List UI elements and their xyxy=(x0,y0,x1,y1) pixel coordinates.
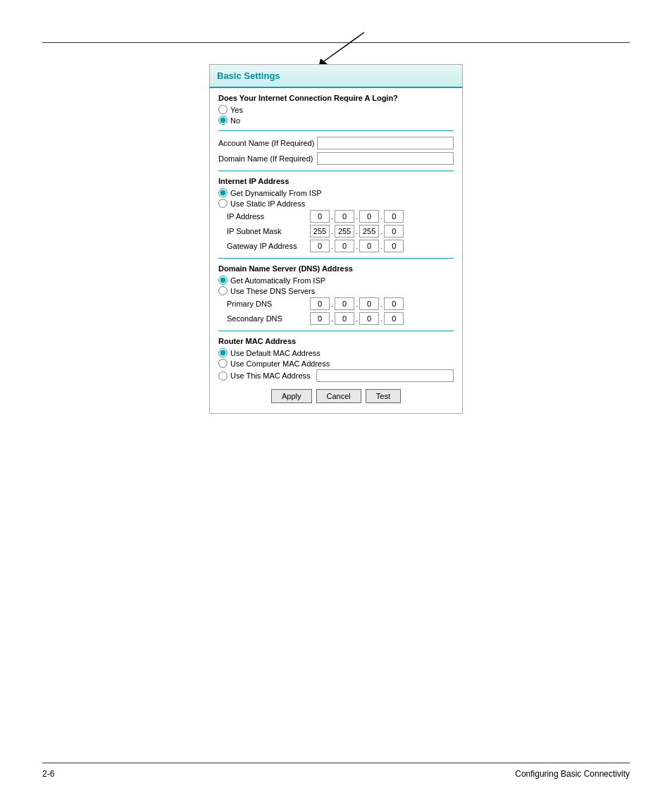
ip-address-fields: . . . xyxy=(310,210,404,223)
divider-3 xyxy=(218,258,454,259)
ip-subnet-field-1[interactable] xyxy=(310,225,330,238)
this-mac-input[interactable] xyxy=(316,369,454,382)
radio-this-mac-label: Use This MAC Address xyxy=(230,371,311,380)
cancel-button[interactable]: Cancel xyxy=(316,389,361,403)
gateway-ip-field-2[interactable] xyxy=(335,240,354,252)
radio-this-mac[interactable] xyxy=(218,371,228,381)
apply-button[interactable]: Apply xyxy=(271,389,312,403)
radio-yes-row: Yes xyxy=(218,105,454,114)
radio-no[interactable] xyxy=(218,116,228,125)
test-button[interactable]: Test xyxy=(366,389,401,403)
gateway-ip-field-3[interactable] xyxy=(359,240,379,252)
radio-yes-label: Yes xyxy=(230,106,243,114)
radio-default-mac-row: Use Default MAC Address xyxy=(218,348,454,357)
domain-name-input[interactable] xyxy=(317,152,454,165)
ip-address-field-1[interactable] xyxy=(310,210,330,223)
primary-dns-field-2[interactable] xyxy=(335,297,354,310)
svg-line-0 xyxy=(322,32,364,63)
radio-no-row: No xyxy=(218,116,454,125)
primary-dns-row: Primary DNS . . . xyxy=(218,297,454,310)
panel-header: Basic Settings xyxy=(210,65,462,88)
ip-address-label: IP Address xyxy=(218,212,310,221)
dns-section-title: Domain Name Server (DNS) Address xyxy=(218,264,454,273)
radio-computer-mac[interactable] xyxy=(218,359,228,368)
radio-static-row: Use Static IP Address xyxy=(218,199,454,208)
radio-these-dns-label: Use These DNS Servers xyxy=(230,287,315,295)
radio-get-dynamic-row: Get Dynamically From ISP xyxy=(218,188,454,197)
panel-title: Basic Settings xyxy=(217,70,280,81)
radio-these-dns[interactable] xyxy=(218,286,228,295)
radio-auto-dns-row: Get Automatically From ISP xyxy=(218,276,454,285)
secondary-dns-fields: . . . xyxy=(310,312,404,325)
page-number: 2-6 xyxy=(42,769,54,779)
radio-static-label: Use Static IP Address xyxy=(230,199,305,208)
secondary-dns-field-2[interactable] xyxy=(335,312,354,325)
ip-subnet-field-4[interactable] xyxy=(384,225,404,238)
footer-text: Configuring Basic Connectivity xyxy=(515,769,630,779)
radio-get-dynamic[interactable] xyxy=(218,188,228,197)
radio-default-mac-label: Use Default MAC Address xyxy=(230,349,321,357)
radio-this-mac-row: Use This MAC Address xyxy=(218,369,454,382)
radio-computer-mac-row: Use Computer MAC Address xyxy=(218,359,454,368)
divider-4 xyxy=(218,331,454,331)
primary-dns-field-4[interactable] xyxy=(384,297,404,310)
gateway-ip-row: Gateway IP Address . . . xyxy=(218,240,454,252)
domain-name-label: Domain Name (If Required) xyxy=(218,154,317,163)
radio-these-dns-row: Use These DNS Servers xyxy=(218,286,454,295)
primary-dns-fields: . . . xyxy=(310,297,404,310)
account-name-row: Account Name (If Required) xyxy=(218,137,454,149)
ip-subnet-label: IP Subnet Mask xyxy=(218,227,310,235)
ip-subnet-field-2[interactable] xyxy=(335,225,354,238)
secondary-dns-field-3[interactable] xyxy=(359,312,379,325)
gateway-ip-field-4[interactable] xyxy=(384,240,404,252)
radio-get-dynamic-label: Get Dynamically From ISP xyxy=(230,189,322,197)
primary-dns-label: Primary DNS xyxy=(218,300,310,308)
panel-body: Does Your Internet Connection Require A … xyxy=(210,88,462,413)
mac-section-title: Router MAC Address xyxy=(218,337,454,345)
secondary-dns-label: Secondary DNS xyxy=(218,314,310,323)
login-question: Does Your Internet Connection Require A … xyxy=(218,94,454,102)
radio-auto-dns[interactable] xyxy=(218,276,228,285)
account-name-label: Account Name (If Required) xyxy=(218,139,317,147)
account-name-input[interactable] xyxy=(317,137,454,149)
page-footer: 2-6 Configuring Basic Connectivity xyxy=(42,763,630,779)
radio-auto-dns-label: Get Automatically From ISP xyxy=(230,276,325,285)
basic-settings-panel: Basic Settings Does Your Internet Connec… xyxy=(209,64,463,414)
radio-default-mac[interactable] xyxy=(218,348,228,357)
divider-1 xyxy=(218,130,454,131)
domain-name-row: Domain Name (If Required) xyxy=(218,152,454,165)
gateway-ip-field-1[interactable] xyxy=(310,240,330,252)
ip-address-row: IP Address . . . xyxy=(218,210,454,223)
secondary-dns-row: Secondary DNS . . . xyxy=(218,312,454,325)
ip-address-field-4[interactable] xyxy=(384,210,404,223)
ip-address-field-3[interactable] xyxy=(359,210,379,223)
secondary-dns-field-4[interactable] xyxy=(384,312,404,325)
buttons-row: Apply Cancel Test xyxy=(218,389,454,403)
ip-address-field-2[interactable] xyxy=(335,210,354,223)
radio-no-label: No xyxy=(230,116,240,125)
ip-subnet-fields: . . . xyxy=(310,225,404,238)
primary-dns-field-1[interactable] xyxy=(310,297,330,310)
radio-yes[interactable] xyxy=(218,105,228,114)
ip-subnet-field-3[interactable] xyxy=(359,225,379,238)
secondary-dns-field-1[interactable] xyxy=(310,312,330,325)
primary-dns-field-3[interactable] xyxy=(359,297,379,310)
divider-2 xyxy=(218,171,454,171)
radio-static[interactable] xyxy=(218,199,228,208)
ip-subnet-row: IP Subnet Mask . . . xyxy=(218,225,454,238)
radio-computer-mac-label: Use Computer MAC Address xyxy=(230,359,330,368)
gateway-ip-label: Gateway IP Address xyxy=(218,242,310,250)
internet-ip-section-title: Internet IP Address xyxy=(218,177,454,185)
gateway-ip-fields: . . . xyxy=(310,240,404,252)
